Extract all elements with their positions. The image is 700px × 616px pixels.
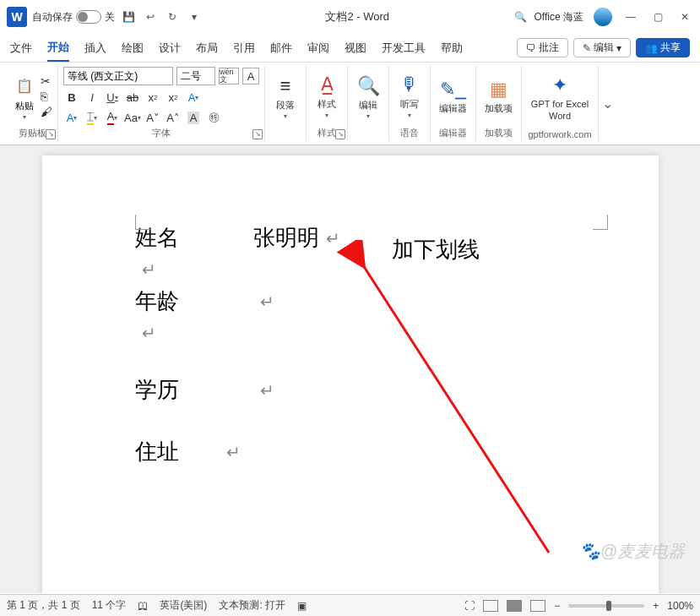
- paragraph-mark-icon: ↵: [260, 380, 274, 401]
- zoom-slider[interactable]: [568, 604, 644, 608]
- status-words[interactable]: 11 个字: [92, 598, 127, 613]
- search-icon[interactable]: 🔍: [513, 8, 529, 25]
- cut-icon[interactable]: ✂: [41, 74, 52, 88]
- read-mode-icon[interactable]: [483, 600, 498, 612]
- styles-button[interactable]: A̲ 样式 ▾: [312, 74, 342, 120]
- grow-font-button[interactable]: A▾: [63, 109, 80, 126]
- status-display-icon[interactable]: ▣: [297, 600, 307, 612]
- dialog-launcher-icon[interactable]: ↘: [46, 129, 56, 139]
- focus-mode-icon[interactable]: ⛶: [464, 600, 475, 612]
- status-spellcheck-icon[interactable]: 🕮: [138, 600, 148, 612]
- autosave-toggle[interactable]: 自动保存 关: [32, 10, 115, 25]
- minimize-icon[interactable]: —: [622, 8, 639, 25]
- status-bar: 第 1 页，共 1 页 11 个字 🕮 英语(美国) 文本预测: 打开 ▣ ⛶ …: [0, 594, 700, 616]
- zoom-out-icon[interactable]: −: [554, 600, 560, 612]
- zoom-level[interactable]: 100%: [667, 600, 693, 612]
- status-preview[interactable]: 文本预测: 打开: [219, 598, 285, 613]
- copy-icon[interactable]: ⎘: [41, 90, 52, 103]
- subscript-button[interactable]: x2: [144, 89, 161, 106]
- find-button[interactable]: 🔍 编辑 ▾: [353, 74, 383, 121]
- paragraph-icon: ≡: [274, 74, 297, 98]
- zoom-in-icon[interactable]: +: [653, 600, 659, 612]
- shrink-font-button[interactable]: A˅: [144, 109, 161, 126]
- page[interactable]: 姓名 张明明 ↵ ↵ 年龄 ↵ ↵ 学历 ↵ 住址 ↵ 加下划线: [42, 155, 659, 593]
- tab-references[interactable]: 引用: [233, 35, 255, 61]
- group-addins: ▦ 加载项 加载项: [476, 66, 522, 141]
- dialog-launcher-icon[interactable]: ↘: [335, 129, 345, 139]
- redo-icon[interactable]: ↻: [164, 8, 181, 25]
- paragraph-mark-icon: ↵: [226, 442, 241, 462]
- enclose-char-button[interactable]: ㊕: [205, 109, 222, 126]
- addins-icon: ▦: [487, 78, 511, 101]
- paste-icon[interactable]: 📋: [12, 72, 37, 99]
- editor-button[interactable]: ✎⎯ 编辑器: [436, 78, 470, 114]
- undo-icon[interactable]: ↩: [142, 8, 159, 25]
- font-color-button[interactable]: A▾: [104, 109, 121, 126]
- change-case-button[interactable]: Aa▾: [124, 109, 141, 126]
- web-layout-icon[interactable]: [530, 600, 545, 612]
- maximize-icon[interactable]: ▢: [649, 8, 666, 25]
- underline-button[interactable]: U▾: [104, 89, 121, 106]
- tab-developer[interactable]: 开发工具: [382, 35, 426, 61]
- superscript-button[interactable]: x2: [165, 89, 182, 106]
- close-icon[interactable]: ✕: [676, 8, 693, 25]
- strikethrough-button[interactable]: ab: [124, 89, 141, 106]
- styles-icon: A̲: [315, 74, 339, 97]
- status-page[interactable]: 第 1 页，共 1 页: [7, 598, 80, 613]
- editor-group-label: 编辑器: [439, 127, 467, 141]
- qat-dropdown-icon[interactable]: ▾: [186, 8, 203, 25]
- clipboard-group-label: 剪贴板: [19, 127, 46, 141]
- tab-draw[interactable]: 绘图: [122, 35, 144, 61]
- label-address: 住址: [135, 437, 220, 466]
- print-layout-icon[interactable]: [507, 600, 522, 612]
- tab-view[interactable]: 视图: [345, 35, 366, 61]
- magnifier-icon: 🔍: [356, 74, 380, 98]
- group-gpt: ✦ GPT for Excel Word gptforwork.com: [522, 66, 598, 141]
- tab-layout[interactable]: 布局: [196, 35, 218, 61]
- paste-label: 粘贴: [15, 100, 34, 112]
- paragraph-button[interactable]: ≡ 段落 ▾: [270, 74, 301, 121]
- char-border-button[interactable]: A: [242, 68, 259, 84]
- paragraph-mark-icon: ↵: [260, 292, 274, 312]
- tab-review[interactable]: 审阅: [307, 35, 329, 61]
- ribbon-expand-icon[interactable]: ⌄: [598, 66, 616, 141]
- group-font: 等线 (西文正文) 二号 wén 文 A B I U▾ ab x2 x2 A▾ …: [58, 66, 265, 141]
- char-shading-button[interactable]: A: [185, 109, 202, 126]
- tab-insert[interactable]: 插入: [84, 35, 106, 61]
- paragraph-mark-icon: ↵: [326, 228, 340, 248]
- share-button[interactable]: 👥 共享: [636, 38, 690, 57]
- chevron-down-icon[interactable]: ▾: [23, 113, 26, 121]
- editing-mode-button[interactable]: ✎ 编辑 ▾: [573, 38, 631, 57]
- tab-home[interactable]: 开始: [47, 35, 69, 62]
- group-styles: A̲ 样式 ▾ 样式 ↘: [307, 66, 348, 141]
- highlight-button[interactable]: ⌶▾: [84, 109, 100, 126]
- group-editing: 🔍 编辑 ▾: [348, 66, 389, 141]
- status-language[interactable]: 英语(美国): [160, 598, 207, 613]
- label-age: 年龄: [135, 286, 253, 316]
- paragraph-mark-icon: ↵: [142, 323, 156, 343]
- text-effects-button[interactable]: A▾: [185, 89, 202, 106]
- font-size-dropdown[interactable]: 二号: [176, 67, 215, 85]
- addins-button[interactable]: ▦ 加载项: [481, 78, 516, 114]
- user-avatar-icon[interactable]: [594, 8, 612, 26]
- format-painter-icon[interactable]: 🖌: [41, 105, 52, 118]
- tab-design[interactable]: 设计: [159, 35, 181, 61]
- tab-mailings[interactable]: 邮件: [270, 35, 292, 61]
- tab-file[interactable]: 文件: [10, 35, 32, 61]
- watermark: 🐾@麦麦电器: [579, 540, 685, 563]
- grow-font2-button[interactable]: A˄: [165, 109, 182, 126]
- margin-corner-icon: [593, 215, 608, 230]
- font-name-dropdown[interactable]: 等线 (西文正文): [63, 67, 173, 85]
- account-label[interactable]: Office 海蓝: [534, 10, 583, 25]
- save-icon[interactable]: 💾: [120, 8, 137, 25]
- bold-button[interactable]: B: [63, 89, 80, 106]
- dialog-launcher-icon[interactable]: ↘: [252, 129, 263, 139]
- gpt-button[interactable]: ✦ GPT for Excel Word: [527, 74, 593, 121]
- tab-help[interactable]: 帮助: [441, 35, 463, 61]
- italic-button[interactable]: I: [84, 89, 100, 106]
- dictate-button[interactable]: 🎙 听写 ▾: [394, 74, 425, 120]
- comments-button[interactable]: 🗨 批注: [517, 38, 568, 57]
- phonetic-guide-button[interactable]: wén 文: [219, 68, 239, 84]
- toggle-icon: [76, 10, 101, 24]
- group-voice: 🎙 听写 ▾ 语音: [389, 66, 431, 141]
